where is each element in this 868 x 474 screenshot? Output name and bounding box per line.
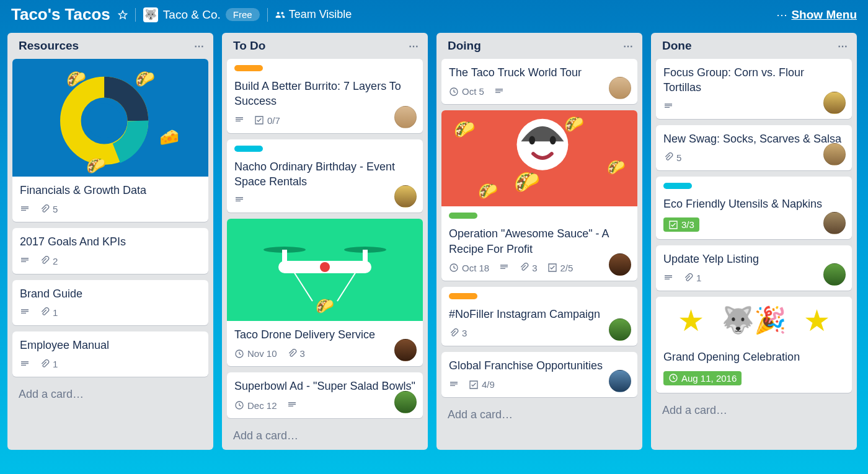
card-cover: ★ 🐺🎉 ★ [656, 297, 852, 343]
list-title[interactable]: Resources [19, 39, 79, 53]
card[interactable]: 2017 Goals And KPIs 2 [12, 228, 208, 273]
clock-icon [449, 87, 459, 97]
svg-text:🌮: 🌮 [564, 115, 585, 134]
description-badge [234, 115, 244, 125]
description-badge [20, 256, 30, 266]
due-badge: Dec 12 [234, 400, 277, 411]
list-title[interactable]: Doing [448, 39, 481, 53]
add-card-button[interactable]: Add a card… [12, 383, 208, 403]
description-icon [20, 307, 30, 317]
card[interactable]: 🌮 Taco Drone Delivery Service Nov 10 3 [227, 219, 423, 366]
list-todo: To Do ⋯ Build A Better Burrito: 7 Layers… [222, 33, 428, 450]
star-icon [118, 10, 128, 20]
show-menu-button[interactable]: ⋯ Show Menu [776, 8, 857, 22]
checklist-complete-badge: 3/3 [663, 217, 699, 232]
card-title: The Taco Truck World Tour [449, 65, 630, 80]
checklist-icon [547, 263, 557, 273]
card[interactable]: 🌮🌮🌮🌮 🌮 Operation "Awesome Sauce" - A Rec… [441, 110, 637, 281]
paperclip-icon [663, 152, 673, 162]
svg-text:🌮: 🌮 [514, 170, 540, 195]
plan-badge: Free [226, 8, 260, 21]
paperclip-icon [287, 349, 297, 359]
star-board-button[interactable] [118, 10, 128, 20]
card-label-blue[interactable] [663, 183, 692, 189]
svg-text:🌮: 🌮 [607, 159, 626, 176]
card[interactable]: Build A Better Burrito: 7 Layers To Succ… [227, 59, 423, 133]
member-avatar[interactable] [609, 318, 631, 341]
card[interactable]: Employee Manual 1 [12, 331, 208, 377]
description-icon [663, 102, 673, 112]
board-header: Taco's Tacos 🐺 Taco & Co. Free Team Visi… [0, 0, 868, 29]
description-icon [20, 204, 30, 214]
checklist-badge: 4/9 [469, 379, 495, 390]
card-title: #NoFiller Instagram Campaign [449, 307, 630, 322]
card[interactable]: Superbowl Ad - "Super Salad Bowls" Dec 1… [227, 372, 423, 418]
due-badge: Oct 5 [449, 86, 484, 97]
card[interactable]: Update Yelp Listing 1 [656, 245, 852, 291]
description-icon [494, 87, 504, 97]
attachment-badge: 3 [519, 263, 537, 273]
add-card-button[interactable]: Add a card… [656, 399, 852, 419]
card-label-orange[interactable] [449, 293, 477, 299]
description-badge [20, 204, 30, 214]
card[interactable]: Eco Friendly Utensils & Napkins 3/3 [656, 177, 852, 239]
list-title[interactable]: Done [662, 39, 692, 53]
member-avatar[interactable] [394, 106, 417, 128]
list-menu-button[interactable]: ⋯ [838, 40, 848, 52]
star-icon: ★ [678, 303, 704, 338]
card-title: 2017 Goals And KPIs [20, 234, 201, 249]
list-title[interactable]: To Do [233, 39, 265, 53]
description-badge [663, 273, 673, 283]
paperclip-icon [40, 307, 50, 317]
member-avatar[interactable] [394, 185, 417, 208]
list-menu-button[interactable]: ⋯ [194, 40, 205, 52]
card-title: Taco Drone Delivery Service [234, 327, 415, 342]
list-doing: Doing ⋯ The Taco Truck World Tour Oct 5 … [436, 33, 642, 450]
member-avatar[interactable] [394, 391, 417, 413]
card-title: Build A Better Burrito: 7 Layers To Succ… [234, 79, 415, 109]
svg-text:🌮: 🌮 [478, 182, 498, 201]
card[interactable]: Focus Group: Corn vs. Flour Tortillas [656, 59, 852, 119]
card[interactable]: Nacho Ordinary Birthday - Event Space Re… [227, 139, 423, 213]
card[interactable]: 🌮 🌮 🧀 🌮 Financials & Growth Data 5 [12, 59, 208, 222]
clock-icon [668, 373, 678, 383]
card-label-blue[interactable] [234, 146, 263, 152]
card[interactable]: Brand Guide 1 [12, 280, 208, 325]
card[interactable]: #NoFiller Instagram Campaign 3 [441, 287, 637, 346]
list-menu-button[interactable]: ⋯ [623, 40, 634, 52]
card[interactable]: Global Franchise Opportunities 4/9 [441, 352, 637, 397]
svg-text:🌮: 🌮 [66, 69, 87, 89]
svg-text:🌮: 🌮 [86, 156, 107, 175]
card[interactable]: New Swag: Socks, Scarves & Salsa 5 [656, 125, 852, 170]
description-icon [449, 380, 459, 390]
org-name: Taco & Co. [163, 8, 221, 22]
member-avatar[interactable] [823, 212, 846, 234]
svg-point-11 [320, 262, 330, 272]
member-avatar[interactable] [823, 143, 846, 165]
paperclip-icon [40, 256, 50, 266]
divider [135, 8, 136, 22]
card-title: Eco Friendly Utensils & Napkins [663, 196, 844, 211]
checklist-icon [469, 380, 479, 390]
card-label-green[interactable] [449, 213, 477, 219]
paperclip-icon [40, 359, 50, 369]
people-icon [275, 10, 285, 20]
card[interactable]: The Taco Truck World Tour Oct 5 [441, 59, 637, 104]
org-chip[interactable]: 🐺 Taco & Co. Free [143, 7, 260, 22]
divider [267, 8, 268, 22]
visibility-button[interactable]: Team Visible [275, 8, 352, 21]
svg-point-22 [529, 136, 535, 145]
card[interactable]: ★ 🐺🎉 ★ Grand Opening Celebration Aug 11,… [656, 297, 852, 392]
add-card-button[interactable]: Add a card… [441, 403, 637, 424]
description-badge [449, 380, 459, 390]
add-card-button[interactable]: Add a card… [227, 424, 423, 445]
card-label-orange[interactable] [234, 65, 263, 71]
clock-icon [234, 400, 244, 410]
member-avatar[interactable] [823, 92, 846, 114]
husky-party-icon: 🐺🎉 [722, 305, 786, 335]
paperclip-icon [40, 204, 50, 214]
description-badge [20, 307, 30, 317]
member-avatar[interactable] [609, 253, 631, 276]
ellipsis-icon: ⋯ [776, 8, 787, 22]
list-menu-button[interactable]: ⋯ [409, 40, 419, 52]
